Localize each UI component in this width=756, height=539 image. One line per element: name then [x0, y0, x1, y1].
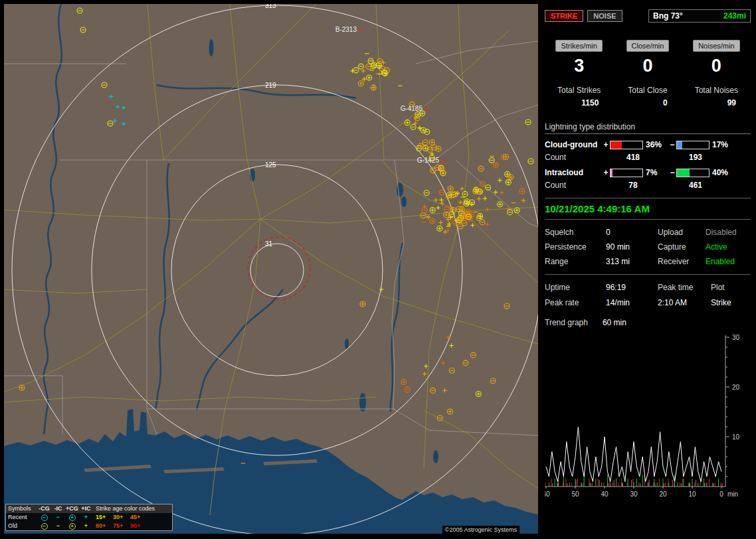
datetime-display: 10/21/2025 4:49:16 AM: [545, 198, 751, 220]
range-value: 313 mi: [606, 257, 658, 266]
age-codes-row-1: 15+30+45+: [93, 513, 172, 522]
trend-header: Trend graph 60 min: [545, 318, 751, 327]
svg-text:20: 20: [732, 384, 740, 391]
legend-symbols-label: Symbols: [6, 504, 37, 513]
session-stats-grid: Uptime 96:19 Peak time Plot Peak rate 14…: [545, 283, 751, 307]
total-strikes-value: 1150: [545, 98, 613, 108]
legend-col-pos-ic: +IC: [79, 504, 93, 513]
close-per-min-button[interactable]: Close/min: [626, 40, 670, 52]
legend-row-recent: Recent − − + + 15+30+45+: [6, 513, 172, 522]
total-close-label: Total Close: [613, 86, 682, 95]
cg-negative-pct: 17%: [709, 140, 735, 149]
peak-rate-value: 14/min: [606, 298, 658, 307]
app-window: 31321912531B-2313G-4185G-1425 Symbols -C…: [0, 0, 756, 539]
svg-text:10: 10: [732, 433, 740, 441]
receiver-status-grid: Squelch 0 Upload Disabled Persistence 90…: [545, 228, 751, 266]
svg-text:40: 40: [601, 491, 609, 498]
total-strikes-label: Total Strikes: [545, 86, 613, 95]
map-canvas[interactable]: 31321912531B-2313G-4185G-1425: [4, 4, 538, 534]
cloud-ground-row: Cloud-ground + 36% − 17%: [545, 140, 751, 149]
trend-window-value: 60 min: [603, 318, 626, 327]
svg-text:313: 313: [265, 4, 276, 9]
cg-positive-bar: [610, 141, 643, 149]
uptime-value: 96:19: [606, 283, 658, 292]
ic-positive-pct: 7%: [643, 168, 668, 177]
svg-text:G-4185: G-4185: [401, 105, 423, 112]
total-close-column: Total Close 0: [613, 86, 682, 108]
noises-per-min-button[interactable]: Noises/min: [693, 40, 739, 52]
trend-graph: 1020306050403020100min: [545, 333, 749, 504]
copyright-notice: ©2005 Astrogenic Systems: [442, 526, 520, 534]
strikes-per-min-value: 3: [545, 56, 613, 76]
upload-value: Disabled: [706, 228, 751, 237]
cloud-ground-counts: Count 418 193: [545, 153, 751, 162]
strikes-per-min-button[interactable]: Strikes/min: [555, 40, 602, 52]
lightning-map[interactable]: 31321912531B-2313G-4185G-1425 Symbols -C…: [4, 4, 538, 534]
svg-text:B-2313: B-2313: [335, 26, 357, 33]
noises-per-min-column: Noises/min 0: [682, 40, 751, 76]
legend-col-neg-ic: -IC: [51, 504, 65, 513]
trend-graph-label: Trend graph: [545, 318, 588, 327]
legend-age-header: Strike age color codes: [93, 504, 172, 513]
svg-text:31: 31: [265, 240, 273, 248]
neg-ic-icon: −: [51, 513, 65, 522]
receiver-value: Enabled: [706, 257, 751, 266]
cg-positive-pct: 36%: [643, 140, 668, 149]
svg-text:60: 60: [545, 491, 550, 498]
minus-sign: −: [668, 168, 676, 177]
svg-text:min: min: [727, 491, 738, 498]
ic-positive-bar: [610, 169, 643, 177]
svg-text:125: 125: [265, 161, 276, 169]
pos-ic-icon: +: [79, 522, 93, 530]
ic-negative-count: 461: [664, 181, 727, 190]
squelch-label: Squelch: [545, 228, 606, 237]
cloud-ground-label: Cloud-ground: [545, 140, 602, 149]
capture-label: Capture: [658, 242, 706, 252]
pos-cg-circle-icon: +: [65, 522, 79, 530]
status-panel: STRIKE NOISE Bng 73° 243mi Strikes/min 3…: [538, 0, 756, 539]
total-noises-value: 99: [682, 98, 751, 108]
squelch-value: 0: [606, 228, 658, 237]
plot-label: Plot: [711, 283, 751, 292]
pos-ic-icon: +: [79, 513, 93, 522]
legend-recent-label: Recent: [6, 513, 37, 522]
svg-text:10: 10: [688, 491, 696, 498]
ic-negative-bar: [676, 169, 709, 177]
neg-ic-icon: −: [51, 522, 65, 530]
strike-toggle-button[interactable]: STRIKE: [545, 10, 583, 22]
peak-time-value: 2:10 AM: [658, 298, 711, 307]
svg-text:G-1425: G-1425: [417, 157, 440, 164]
legend-old-label: Old: [6, 522, 37, 530]
peak-rate-label: Peak rate: [545, 298, 606, 307]
ic-count-label: Count: [545, 181, 602, 190]
close-per-min-column: Close/min 0: [613, 40, 682, 76]
svg-text:50: 50: [571, 491, 579, 498]
map-legend: Symbols -CG -IC +CG +IC Strike age color…: [5, 504, 173, 531]
legend-col-pos-cg: +CG: [65, 504, 79, 513]
ic-positive-count: 78: [602, 181, 664, 190]
uptime-label: Uptime: [545, 283, 606, 292]
plus-sign: +: [602, 140, 610, 149]
noise-toggle-button[interactable]: NOISE: [587, 10, 622, 22]
svg-text:30: 30: [630, 491, 638, 498]
legend-header: Symbols -CG -IC +CG +IC Strike age color…: [6, 504, 172, 513]
cg-count-label: Count: [545, 153, 602, 162]
cg-negative-bar: [676, 141, 709, 149]
total-close-value: 0: [613, 98, 682, 108]
peak-time-label: Peak time: [658, 283, 711, 292]
total-noises-label: Total Noises: [682, 86, 751, 95]
legend-col-neg-cg: -CG: [37, 504, 51, 513]
plot-value: Strike: [711, 298, 751, 307]
bearing-readout: Bng 73° 243mi: [648, 9, 751, 23]
close-per-min-value: 0: [613, 56, 682, 76]
persistence-value: 90 min: [606, 242, 658, 252]
intracloud-label: Intracloud: [545, 168, 602, 177]
strikes-per-min-column: Strikes/min 3: [545, 40, 613, 76]
intracloud-counts: Count 78 461: [545, 181, 751, 190]
neg-cg-circle-icon: −: [37, 513, 51, 522]
plus-sign: +: [602, 168, 610, 177]
intracloud-row: Intracloud + 7% − 40%: [545, 168, 751, 177]
minus-sign: −: [668, 140, 676, 149]
bearing-value: Bng 73°: [653, 11, 683, 21]
distance-value: 243mi: [723, 11, 746, 21]
